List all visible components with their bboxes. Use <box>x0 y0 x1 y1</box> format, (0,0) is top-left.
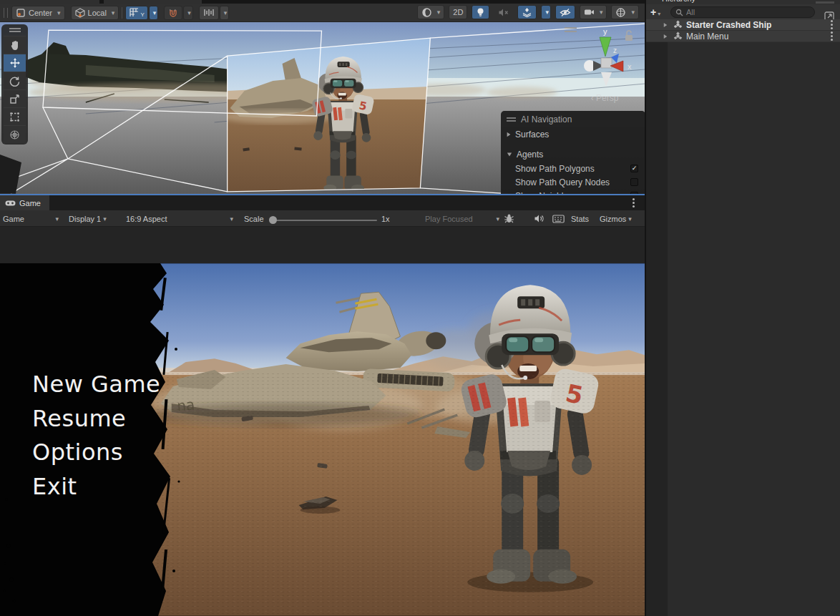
scene-object-icon <box>673 20 683 29</box>
scene-audio-button[interactable] <box>494 5 513 19</box>
menu-item-options[interactable]: Options <box>32 441 160 464</box>
scene-effects-button[interactable] <box>517 5 537 19</box>
snap-increment-dropdown[interactable] <box>220 6 230 20</box>
game-mode-dropdown[interactable]: Game <box>3 212 59 225</box>
perspective-toggle[interactable]: ‹ Persp <box>572 93 637 103</box>
expanded-arrow-icon <box>507 153 512 157</box>
scene-visibility-button[interactable] <box>555 5 575 19</box>
ai-nav-header[interactable]: AI Navigation <box>501 111 645 127</box>
game-main-menu: New Game Resume Options Exit <box>32 373 160 509</box>
draw-mode-button[interactable] <box>417 5 445 19</box>
rect-tool-button[interactable] <box>4 107 26 125</box>
scene-lighting-button[interactable] <box>472 5 489 19</box>
grid-snapping-dropdown[interactable] <box>183 6 193 20</box>
move-icon <box>9 57 21 69</box>
snap-increment-button[interactable] <box>199 6 219 20</box>
checkbox[interactable] <box>630 178 638 186</box>
z-axis-cone[interactable] <box>611 54 619 63</box>
keyboard-icon <box>552 215 565 223</box>
hierarchy-toolbar: + <box>646 4 840 20</box>
device-simulator-button[interactable] <box>552 212 565 225</box>
search-input[interactable] <box>686 8 801 16</box>
rect-icon <box>9 112 20 122</box>
menu-item-exit[interactable]: Exit <box>32 475 160 499</box>
gizmos-dropdown[interactable]: Gizmos <box>600 212 632 225</box>
axis-y-label[interactable]: y <box>603 27 607 36</box>
tool-handle-position-button[interactable]: Center <box>11 6 65 20</box>
scale-slider-track[interactable] <box>273 220 377 221</box>
grid-visibility-dropdown[interactable] <box>149 6 159 20</box>
item-menu-kebab[interactable] <box>831 24 833 26</box>
hierarchy-left-strip <box>646 42 668 616</box>
hand-icon <box>10 40 20 51</box>
scene-object-icon <box>673 31 683 41</box>
game-tab-label: Game <box>19 199 41 207</box>
add-object-button[interactable]: + <box>650 6 660 18</box>
ai-nav-option[interactable]: Show Neighbours <box>501 189 645 194</box>
hierarchy-item-main-menu[interactable]: Main Menu <box>646 31 840 42</box>
item-menu-kebab[interactable] <box>831 35 833 37</box>
scale-tool-button[interactable] <box>4 89 26 107</box>
grid-snapping-button[interactable] <box>164 6 182 20</box>
camera-preview <box>222 36 432 194</box>
mute-audio-button[interactable] <box>534 212 544 225</box>
scene-viewport[interactable]: y z x ‹ Persp AI Navigation <box>0 22 645 194</box>
scale-icon <box>9 94 20 104</box>
move-tool-button[interactable] <box>4 54 26 72</box>
ai-nav-title: AI Navigation <box>521 114 572 124</box>
tools-drag-handle[interactable] <box>9 28 21 32</box>
hierarchy-item-starter-crashed-ship[interactable]: Starter Crashed Ship <box>646 19 840 31</box>
aspect-ratio-dropdown[interactable]: 16:9 Aspect <box>126 212 233 225</box>
pivot-label: Center <box>29 9 52 17</box>
search-icon <box>675 9 683 16</box>
play-focused-dropdown[interactable]: Play Focused <box>425 212 499 225</box>
tab-game[interactable]: Game <box>0 195 49 210</box>
ai-nav-option[interactable]: Show Path Polygons <box>501 162 645 175</box>
tool-handle-rotation-button[interactable]: Local <box>71 6 119 20</box>
surfaces-label: Surfaces <box>515 129 549 140</box>
ruler-icon <box>203 8 215 17</box>
gizmo-cube[interactable] <box>601 58 612 68</box>
bottom-axis-cone[interactable] <box>601 72 612 87</box>
lock-icon[interactable] <box>625 31 633 41</box>
menu-item-new-game[interactable]: New Game <box>32 373 160 396</box>
hierarchy-search-field[interactable] <box>670 6 815 18</box>
ai-nav-drag-handle[interactable] <box>507 117 516 122</box>
scale-slider-knob[interactable] <box>269 216 277 224</box>
ai-nav-option[interactable]: Show Path Query Nodes <box>501 175 645 189</box>
axis-z-label[interactable]: z <box>613 47 617 54</box>
pivot-icon <box>16 8 26 18</box>
expand-arrow-icon[interactable] <box>664 34 668 39</box>
item-label: Starter Crashed Ship <box>686 20 771 30</box>
scene-effects-dropdown[interactable] <box>541 5 551 19</box>
axis-x-label[interactable]: x <box>627 62 632 71</box>
scene-camera-gizmo-button[interactable] <box>611 5 639 19</box>
display-value: Display 1 <box>69 215 101 223</box>
game-viewport[interactable]: na <box>0 263 645 616</box>
2d-label: 2D <box>453 8 463 16</box>
2d-view-button[interactable]: 2D <box>449 5 467 19</box>
expand-arrow-icon[interactable] <box>664 23 668 27</box>
scene-orientation-gizmo[interactable]: y z x <box>574 25 643 94</box>
transform-tool-button[interactable] <box>4 125 26 143</box>
ai-nav-agents-row[interactable]: Agents <box>501 147 645 162</box>
orientation-label: Local <box>88 9 107 17</box>
toolbar-drag-handle[interactable] <box>4 8 8 18</box>
ai-nav-surfaces-row[interactable]: Surfaces <box>501 127 645 142</box>
rotate-tool-button[interactable] <box>4 72 26 89</box>
frame-debugger-button[interactable] <box>504 212 514 225</box>
panel-menu-kebab[interactable] <box>633 202 635 204</box>
menu-item-resume[interactable]: Resume <box>32 407 160 431</box>
display-dropdown[interactable]: Display 1 <box>69 212 107 225</box>
game-panel: Game Game Display 1 16:9 Aspect Scale <box>0 194 645 616</box>
y-axis-cone[interactable] <box>600 37 611 57</box>
collapsed-arrow-icon <box>507 132 511 137</box>
cube-icon <box>75 8 85 18</box>
game-toolbar: Game Display 1 16:9 Aspect Scale 1x Play… <box>0 210 645 227</box>
grid-visibility-button[interactable]: Y <box>125 6 147 20</box>
toolbar-separator <box>122 7 122 19</box>
stats-button[interactable]: Stats <box>571 212 589 225</box>
view-tool-button[interactable] <box>4 36 26 54</box>
checkbox-checked[interactable] <box>630 165 638 172</box>
camera-settings-button[interactable] <box>580 5 607 19</box>
